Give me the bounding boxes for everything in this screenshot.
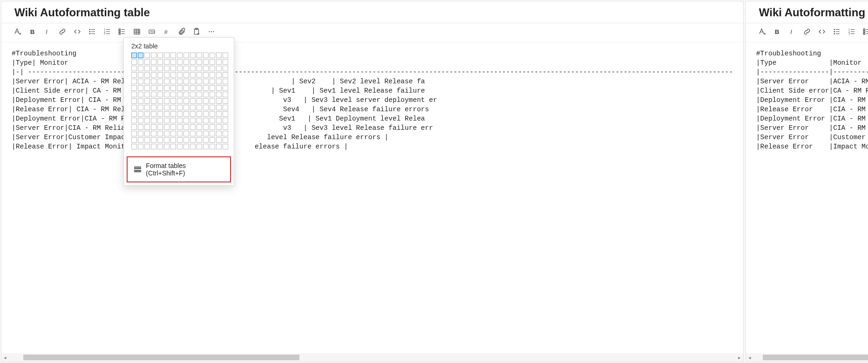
table-grid-cell[interactable] — [151, 85, 156, 91]
table-grid-cell[interactable] — [203, 85, 209, 91]
editor-area[interactable]: #Troubleshooting |Type| Monitor |-| ----… — [1, 42, 743, 362]
table-grid-cell[interactable] — [203, 66, 209, 71]
table-grid-cell[interactable] — [203, 79, 209, 84]
table-grid-cell[interactable] — [223, 144, 228, 149]
table-grid-cell[interactable] — [157, 66, 163, 71]
table-grid-cell[interactable] — [170, 92, 176, 97]
table-grid-cell[interactable] — [157, 131, 163, 136]
table-grid-cell[interactable] — [170, 85, 176, 91]
numbered-list-button[interactable]: 123 — [100, 26, 114, 39]
table-grid-cell[interactable] — [216, 144, 222, 149]
editor-content[interactable]: #Troubleshooting |Type |Monitor |Alert r… — [746, 42, 868, 352]
table-grid-cell[interactable] — [164, 118, 170, 123]
table-grid-cell[interactable] — [131, 131, 137, 136]
table-grid-cell[interactable] — [131, 137, 137, 143]
table-grid-cell[interactable] — [170, 98, 176, 104]
table-grid-cell[interactable] — [144, 111, 150, 117]
table-grid-cell[interactable] — [177, 79, 183, 84]
table-grid-cell[interactable] — [151, 124, 156, 130]
table-grid-cell[interactable] — [197, 85, 202, 91]
scroll-left-arrow[interactable]: ◂ — [746, 354, 753, 361]
table-grid-cell[interactable] — [170, 105, 176, 110]
table-grid-cell[interactable] — [164, 85, 170, 91]
table-grid-cell[interactable] — [138, 53, 143, 58]
table-grid-cell[interactable] — [216, 53, 222, 58]
table-grid-cell[interactable] — [144, 131, 150, 136]
table-grid-cell[interactable] — [138, 79, 143, 84]
table-grid-cell[interactable] — [157, 59, 163, 65]
table-grid-cell[interactable] — [223, 53, 228, 58]
table-grid-cell[interactable] — [210, 85, 215, 91]
table-grid-cell[interactable] — [164, 53, 170, 58]
table-grid-cell[interactable] — [157, 111, 163, 117]
table-grid-cell[interactable] — [203, 98, 209, 104]
table-grid-cell[interactable] — [216, 124, 222, 130]
table-grid-cell[interactable] — [223, 124, 228, 130]
table-grid-cell[interactable] — [144, 144, 150, 149]
table-grid-cell[interactable] — [157, 79, 163, 84]
table-grid-cell[interactable] — [177, 105, 183, 110]
table-grid-cell[interactable] — [190, 85, 196, 91]
table-grid-cell[interactable] — [183, 105, 189, 110]
editor-content[interactable]: #Troubleshooting |Type| Monitor |-| ----… — [1, 42, 743, 352]
table-grid-cell[interactable] — [131, 53, 137, 58]
table-grid-cell[interactable] — [177, 92, 183, 97]
table-grid-cell[interactable] — [138, 72, 143, 78]
table-grid-cell[interactable] — [144, 85, 150, 91]
table-grid-cell[interactable] — [157, 85, 163, 91]
table-grid-cell[interactable] — [138, 137, 143, 143]
table-grid-cell[interactable] — [170, 131, 176, 136]
table-grid-cell[interactable] — [164, 59, 170, 65]
table-grid-cell[interactable] — [203, 59, 209, 65]
table-grid-cell[interactable] — [138, 59, 143, 65]
table-grid-cell[interactable] — [223, 92, 228, 97]
table-grid-cell[interactable] — [210, 92, 215, 97]
table-grid-cell[interactable] — [183, 124, 189, 130]
table-grid-cell[interactable] — [216, 59, 222, 65]
table-grid-cell[interactable] — [210, 144, 215, 149]
table-grid-cell[interactable] — [216, 105, 222, 110]
table-grid-cell[interactable] — [164, 131, 170, 136]
editor-area[interactable]: #Troubleshooting |Type |Monitor |Alert r… — [746, 42, 868, 362]
table-grid-cell[interactable] — [210, 137, 215, 143]
table-grid-cell[interactable] — [144, 137, 150, 143]
table-grid-cell[interactable] — [197, 137, 202, 143]
table-grid-cell[interactable] — [190, 66, 196, 71]
table-grid-cell[interactable] — [197, 98, 202, 104]
table-grid-cell[interactable] — [216, 137, 222, 143]
table-grid-cell[interactable] — [144, 118, 150, 123]
table-grid-cell[interactable] — [144, 79, 150, 84]
table-grid-cell[interactable] — [177, 72, 183, 78]
table-grid-cell[interactable] — [151, 72, 156, 78]
format-tables-button[interactable]: Format tables (Ctrl+Shift+F) — [127, 156, 231, 182]
table-grid-cell[interactable] — [138, 105, 143, 110]
table-grid-cell[interactable] — [216, 92, 222, 97]
table-grid-cell[interactable] — [223, 111, 228, 117]
table-grid-cell[interactable] — [157, 118, 163, 123]
table-grid-cell[interactable] — [131, 66, 137, 71]
table-grid-cell[interactable] — [164, 144, 170, 149]
table-grid-cell[interactable] — [131, 98, 137, 104]
table-grid-cell[interactable] — [164, 92, 170, 97]
table-grid-cell[interactable] — [138, 98, 143, 104]
table-grid-cell[interactable] — [190, 59, 196, 65]
table-grid-cell[interactable] — [216, 66, 222, 71]
table-grid-cell[interactable] — [177, 66, 183, 71]
table-grid-cell[interactable] — [157, 92, 163, 97]
table-grid-cell[interactable] — [151, 92, 156, 97]
table-grid-cell[interactable] — [223, 79, 228, 84]
table-grid-cell[interactable] — [197, 124, 202, 130]
table-grid-cell[interactable] — [144, 53, 150, 58]
table-grid-cell[interactable] — [203, 111, 209, 117]
table-grid-cell[interactable] — [183, 92, 189, 97]
table-grid-cell[interactable] — [131, 124, 137, 130]
table-grid-cell[interactable] — [131, 105, 137, 110]
table-grid-cell[interactable] — [151, 131, 156, 136]
table-grid-cell[interactable] — [151, 144, 156, 149]
scroll-track[interactable] — [753, 354, 868, 361]
table-grid-cell[interactable] — [203, 105, 209, 110]
table-grid-cell[interactable] — [190, 124, 196, 130]
table-grid-cell[interactable] — [223, 105, 228, 110]
link-button[interactable] — [800, 26, 814, 39]
table-grid-cell[interactable] — [144, 66, 150, 71]
